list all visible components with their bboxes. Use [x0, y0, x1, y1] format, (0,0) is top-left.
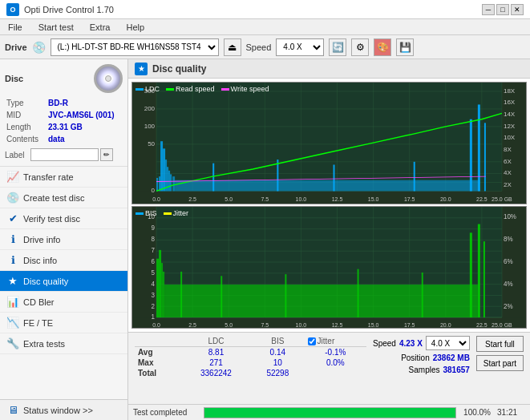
length-value: 23.31 GB — [48, 122, 121, 132]
menu-file[interactable]: File — [3, 21, 27, 34]
svg-rect-63 — [478, 104, 480, 191]
drive-icon: 💿 — [32, 41, 46, 54]
svg-rect-50 — [160, 141, 163, 191]
svg-rect-128 — [478, 224, 480, 317]
svg-rect-129 — [483, 241, 485, 317]
sidebar-item-verify-test-disc[interactable]: ✔ Verify test disc — [0, 208, 127, 229]
fe-te-icon: 📉 — [6, 317, 19, 329]
read-speed-color — [166, 88, 174, 91]
svg-text:0: 0 — [152, 188, 155, 195]
save-button[interactable]: 💾 — [396, 38, 414, 56]
main-layout: Disc Type BD-R MID JVC-AMS6L (001) Lengt… — [0, 59, 530, 420]
sidebar-item-extra-tests[interactable]: 🔧 Extra tests — [0, 333, 127, 354]
status-window-label: Status window >> — [23, 406, 93, 415]
max-jitter: 0.0% — [305, 357, 366, 368]
svg-text:22.5: 22.5 — [476, 321, 488, 328]
svg-text:17.5: 17.5 — [404, 197, 415, 203]
stats-row-total: Total 3362242 52298 — [135, 368, 366, 378]
menu-extra[interactable]: Extra — [85, 21, 115, 34]
svg-text:100: 100 — [144, 123, 155, 130]
start-full-button[interactable]: Start full — [476, 336, 524, 352]
svg-text:8: 8 — [152, 235, 156, 243]
progress-bar-container: Test completed 100.0% 31:21 — [128, 404, 530, 420]
label-input[interactable] — [30, 148, 99, 161]
titlebar-controls[interactable]: ─ □ ✕ — [482, 4, 524, 15]
sidebar-item-disc-quality[interactable]: ★ Disc quality — [0, 271, 127, 292]
contents-label: Contents — [6, 134, 47, 144]
close-button[interactable]: ✕ — [511, 4, 524, 15]
ldc-chart-svg: 300 200 100 50 0 18X 16X 14X 12X 10X 8X … — [132, 83, 526, 204]
avg-ldc: 8.81 — [181, 347, 251, 358]
drive-select[interactable]: (L:) HL-DT-ST BD-RE WH16NS58 TST4 — [51, 38, 219, 56]
status-window-button[interactable]: 🖥 Status window >> — [0, 399, 127, 420]
svg-text:15.0: 15.0 — [368, 321, 379, 328]
quality-header-icon: ★ — [135, 63, 148, 75]
svg-text:10X: 10X — [504, 135, 515, 142]
speed-select[interactable]: 4.0 X 1.0 X 2.0 X 6.0 X 8.0 X — [276, 38, 324, 56]
minimize-button[interactable]: ─ — [482, 4, 495, 15]
disc-quality-icon: ★ — [6, 275, 19, 287]
jitter-label: Jitter — [173, 209, 189, 217]
write-speed-legend-item: Write speed — [221, 85, 269, 93]
titlebar: O Opti Drive Control 1.70 ─ □ ✕ — [0, 0, 530, 19]
avg-bis: 0.14 — [251, 347, 305, 358]
svg-text:15.0: 15.0 — [368, 197, 379, 203]
menu-start-test[interactable]: Start test — [34, 21, 79, 34]
sidebar-cd-bler-label: CD Bler — [23, 297, 55, 307]
svg-text:6%: 6% — [504, 257, 513, 265]
sidebar-item-fe-te[interactable]: 📉 FE / TE — [0, 313, 127, 333]
total-bis: 52298 — [251, 368, 305, 378]
disc-visual — [94, 64, 123, 93]
sidebar-drive-info-label: Drive info — [23, 235, 60, 244]
jitter-col-label: Jitter — [318, 337, 335, 345]
sidebar-item-cd-bler[interactable]: 📊 CD Bler — [0, 292, 127, 313]
speed-control-select[interactable]: 4.0 X 1.0 X 2.0 X — [426, 336, 470, 350]
stats-table-container: LDC BIS Jitter Avg — [135, 336, 366, 401]
svg-text:22.5: 22.5 — [476, 197, 488, 203]
svg-text:7.5: 7.5 — [261, 197, 269, 203]
sidebar-item-create-test-disc[interactable]: 💿 Create test disc — [0, 188, 127, 208]
sidebar-item-drive-info[interactable]: ℹ Drive info — [0, 229, 127, 250]
color-button[interactable]: 🎨 — [374, 38, 391, 56]
menu-help[interactable]: Help — [121, 21, 149, 34]
disc-info-table: Type BD-R MID JVC-AMS6L (001) Length 23.… — [5, 96, 123, 146]
bis-chart-svg: 10 9 8 7 6 5 4 3 2 1 10% 8% 6% 4% 2% — [132, 207, 526, 328]
extra-tests-icon: 🔧 — [6, 337, 19, 349]
svg-text:6X: 6X — [504, 158, 512, 165]
svg-rect-1 — [132, 83, 156, 192]
label-edit-button[interactable]: ✏ — [100, 148, 113, 161]
speed-label: Speed — [246, 42, 272, 52]
svg-text:25.0 GB: 25.0 GB — [492, 321, 512, 328]
charts-area: LDC Read speed Write speed — [128, 79, 530, 332]
sidebar-item-disc-info[interactable]: ℹ Disc info — [0, 250, 127, 271]
stats-row-avg: Avg 8.81 0.14 -0.1% — [135, 347, 366, 358]
progress-bar-outer — [204, 407, 456, 418]
samples-label: Samples — [409, 365, 440, 374]
position-label: Position — [401, 353, 430, 362]
avg-label: Avg — [135, 347, 181, 358]
length-label: Length — [6, 122, 47, 132]
refresh-button[interactable]: 🔄 — [329, 38, 346, 56]
svg-rect-121 — [164, 285, 478, 317]
stats-row-max: Max 271 10 0.0% — [135, 357, 366, 368]
samples-val: 381657 — [443, 365, 469, 374]
bis-color — [136, 212, 144, 215]
svg-rect-54 — [168, 171, 170, 192]
drive-toolbar: Drive 💿 (L:) HL-DT-ST BD-RE WH16NS58 TST… — [0, 35, 530, 59]
read-speed-legend-item: Read speed — [166, 85, 215, 93]
ldc-chart: LDC Read speed Write speed — [131, 82, 527, 204]
jitter-checkbox[interactable] — [308, 337, 316, 345]
drive-label: Drive — [5, 42, 27, 52]
drive-info-icon: ℹ — [6, 233, 19, 245]
bis-legend-item: BIS — [136, 209, 157, 217]
svg-text:6: 6 — [152, 257, 156, 265]
svg-rect-55 — [170, 174, 172, 191]
settings-button[interactable]: ⚙ — [351, 38, 369, 56]
bis-chart: BIS Jitter — [131, 206, 527, 329]
maximize-button[interactable]: □ — [496, 4, 509, 15]
eject-button[interactable]: ⏏ — [224, 38, 241, 56]
stats-bar: LDC BIS Jitter Avg — [128, 332, 530, 404]
sidebar-item-transfer-rate[interactable]: 📈 Transfer rate — [0, 167, 127, 188]
svg-text:20.0: 20.0 — [440, 197, 451, 203]
start-part-button[interactable]: Start part — [476, 355, 524, 371]
